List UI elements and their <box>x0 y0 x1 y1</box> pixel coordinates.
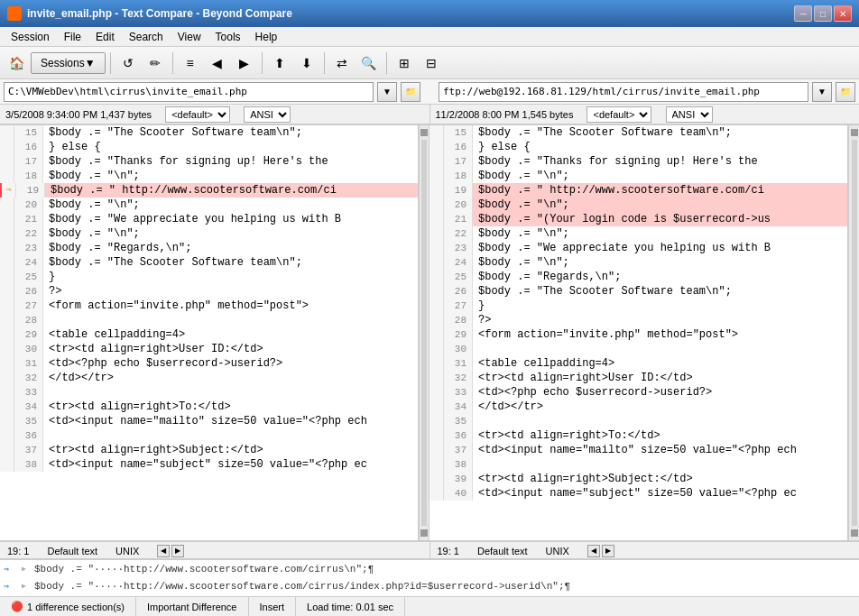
right-path-open[interactable]: 📁 <box>836 82 855 102</box>
menu-file[interactable]: File <box>57 29 88 45</box>
line-content: $body .= "We appreciate you helping us w… <box>43 212 418 226</box>
minimize-button[interactable]: ─ <box>794 5 812 22</box>
edit-button[interactable]: ✏ <box>143 51 168 76</box>
menu-search[interactable]: Search <box>122 29 171 45</box>
code-line: 37 <td><input name="mailto" size=50 valu… <box>430 443 847 457</box>
cursor-item: Insert <box>249 597 297 616</box>
diff-text-2: $body .= "·····http://www.scootersoftwar… <box>34 581 570 592</box>
menu-view[interactable]: View <box>171 29 208 45</box>
code-line: 15 $body .= "The Scooter Software team\n… <box>0 125 418 140</box>
diff-count-text: 1 difference section(s) <box>27 602 125 612</box>
maximize-button[interactable]: □ <box>814 5 832 22</box>
right-lineending-select[interactable]: <default> <box>587 106 651 123</box>
line-arrow <box>430 414 444 428</box>
code-line: 30 <box>430 342 847 356</box>
code-line: 31 <table cellpadding=4> <box>430 356 847 371</box>
right-scroll-up[interactable] <box>851 129 858 136</box>
code-line: 22 $body .= "\n"; <box>430 226 847 241</box>
line-content <box>43 313 418 327</box>
line-arrow <box>430 270 444 284</box>
left-path-browse[interactable]: ▼ <box>377 82 397 102</box>
line-number: 26 <box>14 284 43 299</box>
line-arrow <box>430 198 444 212</box>
line-content: <table cellpadding=4> <box>473 356 847 371</box>
align-button[interactable]: ≡ <box>178 51 203 76</box>
line-number: 23 <box>444 241 473 255</box>
line-number: 40 <box>444 486 473 501</box>
line-number: 24 <box>14 255 43 270</box>
home-button[interactable]: 🏠 <box>4 51 29 76</box>
code-line: 34 <tr><td align=right>To:</td> <box>0 400 418 414</box>
left-path-input[interactable] <box>4 82 374 102</box>
left-encoding-select[interactable]: ANSI <box>244 106 291 123</box>
line-content <box>43 385 418 400</box>
diff-line-1: ⇒ ▶ $body .= "·····http://www.scootersof… <box>0 560 859 577</box>
left-code-area[interactable]: 15 $body .= "The Scooter Software team\n… <box>0 125 418 540</box>
center-scrollbar[interactable] <box>419 125 430 540</box>
load-time-item: Load time: 0.01 sec <box>296 597 405 616</box>
line-content: $body .= "The Scooter Software team\n"; <box>43 125 418 140</box>
diff-arrow-1: ⇒ <box>4 564 18 575</box>
line-arrow <box>430 486 444 501</box>
code-line: 24 $body .= "The Scooter Software team\n… <box>0 255 418 270</box>
right-path-input[interactable] <box>439 82 808 102</box>
menu-edit[interactable]: Edit <box>88 29 122 45</box>
line-arrow <box>0 169 14 183</box>
line-number: 21 <box>14 212 43 226</box>
line-content: <td><input name="mailto" size=50 value="… <box>473 443 847 457</box>
right-encoding-select[interactable]: ANSI <box>666 106 713 123</box>
code-line: 28 <box>0 313 418 327</box>
line-number: 26 <box>444 284 473 299</box>
collapse-button[interactable]: ⊟ <box>419 51 444 76</box>
right-pane: 15 $body .= "The Scooter Software team\n… <box>430 125 848 540</box>
line-content: <tr><td align=right>To:</td> <box>43 400 418 414</box>
line-content <box>473 414 847 428</box>
right-eol: UNIX <box>546 546 569 556</box>
right-code-area[interactable]: 15 $body .= "The Scooter Software team\n… <box>430 125 847 540</box>
sessions-button[interactable]: Sessions ▼ <box>31 52 106 74</box>
line-content: $body .= "The Scooter Software team\n"; <box>473 125 847 140</box>
code-line: 16 } else { <box>430 140 847 154</box>
line-number: 31 <box>14 356 43 371</box>
right-scroll-down[interactable] <box>851 529 858 537</box>
line-number: 22 <box>14 226 43 241</box>
search-button[interactable]: 🔍 <box>356 51 382 76</box>
scroll-down[interactable] <box>420 529 428 537</box>
right-scrollbar[interactable] <box>848 125 859 540</box>
left-path-open[interactable]: 📁 <box>401 82 420 102</box>
line-content: ?> <box>43 284 418 299</box>
close-button[interactable]: ✕ <box>834 5 852 22</box>
left-nav-right[interactable]: ▶ <box>171 545 184 557</box>
scroll-up[interactable] <box>420 129 428 136</box>
left-text-mode: Default text <box>47 546 97 556</box>
load-time-text: Load time: 0.01 sec <box>307 602 393 612</box>
right-nav-left[interactable]: ◀ <box>587 545 600 557</box>
left-eol: UNIX <box>115 546 139 556</box>
merge-right-button[interactable]: ▶ <box>232 51 257 76</box>
line-content <box>473 457 847 472</box>
code-line: 20 $body .= "\n"; <box>430 198 847 212</box>
right-nav-right[interactable]: ▶ <box>602 545 614 557</box>
line-arrow <box>430 313 444 327</box>
next-diff-button[interactable]: ⬇ <box>294 51 319 76</box>
toolbar-sep-4 <box>324 52 325 74</box>
menu-session[interactable]: Session <box>4 29 57 45</box>
prev-diff-button[interactable]: ⬆ <box>267 51 292 76</box>
code-line: 23 $body .= "We appreciate you helping u… <box>430 241 847 255</box>
code-line: 40 <td><input name="subject" size=50 val… <box>430 486 847 501</box>
app-icon <box>7 6 22 21</box>
merge-left-button[interactable]: ◀ <box>205 51 230 76</box>
menu-tools[interactable]: Tools <box>208 29 248 45</box>
menu-help[interactable]: Help <box>248 29 285 45</box>
left-lineending-select[interactable]: <default> <box>165 106 230 123</box>
line-arrow <box>430 400 444 414</box>
right-path-browse[interactable]: ▼ <box>812 82 832 102</box>
swap-button[interactable]: ⇄ <box>329 51 355 76</box>
line-arrow <box>0 140 14 154</box>
refresh-button[interactable]: ↺ <box>115 51 141 76</box>
line-number: 28 <box>14 313 43 327</box>
expand-button[interactable]: ⊞ <box>392 51 417 76</box>
line-arrow <box>430 154 444 169</box>
left-nav-left[interactable]: ◀ <box>157 545 170 557</box>
line-number: 28 <box>444 313 473 327</box>
